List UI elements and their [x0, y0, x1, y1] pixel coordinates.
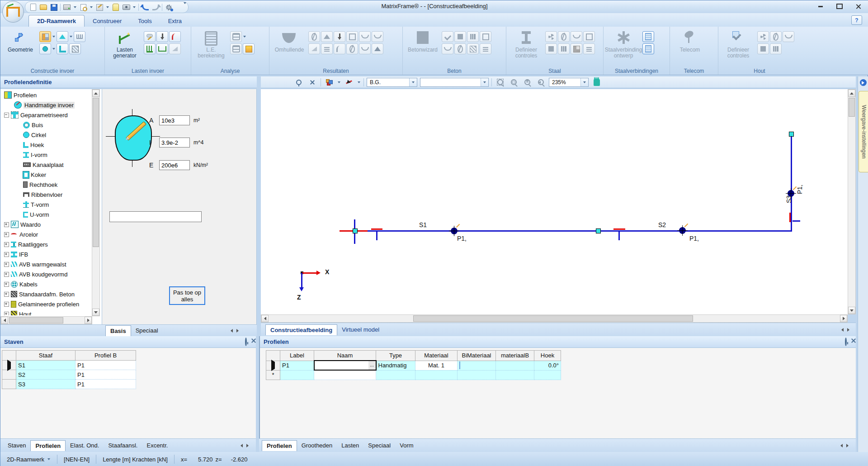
beton-net-button[interactable] [467, 43, 479, 54]
point-load-button[interactable] [156, 31, 168, 42]
tree-item-profielen[interactable]: Profielen [0, 90, 92, 100]
extreme-result-button[interactable] [372, 43, 383, 54]
tree-item-buis[interactable]: Buis [0, 120, 92, 130]
zoom-level-combo[interactable]: 235% [549, 78, 589, 87]
tree-hscrollbar[interactable] [0, 316, 92, 324]
beton-bowl-button[interactable] [442, 43, 453, 54]
tab-tools[interactable]: Tools [130, 15, 160, 27]
staal-ibeam-button[interactable] [583, 43, 595, 54]
loadcase-combo[interactable]: B.G. [367, 78, 417, 87]
profielen-tabs-left-icon[interactable] [840, 442, 843, 449]
tree-item-cirkel[interactable]: Cirkel [0, 130, 92, 140]
beton-section-button[interactable] [454, 31, 466, 42]
selection-combo[interactable] [420, 78, 489, 87]
beton-check-button[interactable] [442, 31, 453, 42]
lasten-generator-button[interactable]: Lasten generator [108, 29, 142, 59]
table-row[interactable]: S1 P1 [2, 361, 136, 370]
tree-item-u-vorm[interactable]: U-vorm [0, 209, 92, 219]
tree-item-waardo[interactable]: Waardo [0, 219, 92, 229]
connection-check-button[interactable] [642, 43, 654, 54]
moment-diagram-button[interactable] [321, 31, 333, 42]
le-berekening-button[interactable]: L.E. berekening [194, 29, 228, 59]
close-button[interactable] [852, 2, 865, 10]
new-row[interactable]: * [266, 370, 561, 380]
moment-load-button[interactable] [169, 31, 181, 42]
staal-definieer-controles-button[interactable]: Definieer controles [509, 29, 543, 59]
hout-chart-button[interactable] [770, 43, 782, 54]
expand-icon[interactable] [4, 312, 9, 316]
beton-report-button[interactable] [480, 43, 491, 54]
deflection-button[interactable] [334, 31, 345, 42]
display-components-icon[interactable] [324, 78, 335, 87]
tab-speciaal-bottom[interactable]: Speciaal [363, 440, 395, 451]
canvas-tabs-right-icon[interactable] [847, 326, 849, 333]
zoom-extents-icon[interactable] [508, 78, 519, 87]
calc-settings-button[interactable] [230, 43, 242, 54]
tree-item-kanaalplaat[interactable]: Kanaalplaat [0, 160, 92, 170]
tree-item-gelamineerde-profielen[interactable]: Gelamineerde profielen [0, 299, 92, 309]
staal-chart-button[interactable] [558, 43, 570, 54]
tab-excentr[interactable]: Excentr. [142, 440, 172, 451]
apply-to-all-button[interactable]: Pas toe op alles [169, 286, 205, 305]
expand-icon[interactable] [4, 262, 9, 267]
tab-constructieafbeelding[interactable]: Constructieafbeelding [265, 324, 337, 335]
minimize-button[interactable] [814, 2, 827, 10]
select-member-icon[interactable] [344, 78, 354, 87]
stress-button[interactable] [346, 31, 358, 42]
staal-fan-button[interactable] [545, 31, 557, 42]
profielen-tabs-right-icon[interactable] [846, 442, 849, 449]
tree-item-arcelor[interactable]: Arcelor [0, 229, 92, 239]
tree-item-rechthoek[interactable]: Rechthoek [0, 180, 92, 190]
expand-icon[interactable] [4, 232, 9, 237]
tab-lasten[interactable]: Lasten [337, 440, 363, 451]
staven-tabs-left-icon[interactable] [241, 442, 243, 449]
help-button[interactable]: ? [851, 15, 862, 25]
beam-load-button[interactable] [156, 43, 168, 54]
tab-speciaal[interactable]: Speciaal [131, 325, 163, 336]
tree-item-t-vorm[interactable]: T-vorm [0, 200, 92, 209]
telecom-button[interactable]: Telecom [673, 29, 707, 53]
profielen-pin-icon[interactable] [845, 338, 847, 345]
table-row[interactable]: S3 P1 [2, 380, 136, 389]
tree-item-ribbenvloer[interactable]: Ribbenvloer [0, 190, 92, 200]
structure-canvas[interactable]: S1 P1, S2 P1, S3 P1, X Z [261, 89, 848, 314]
tabs-right-icon[interactable] [236, 327, 239, 334]
support-result-button[interactable] [372, 31, 383, 42]
tree-item-i-vorm[interactable]: I-vorm [0, 150, 92, 160]
tab-staafaansl[interactable]: Staafaansl. [104, 440, 142, 451]
expand-icon[interactable] [4, 272, 9, 277]
app-menu-button[interactable] [2, 1, 24, 23]
hout-definieer-controles-button[interactable]: Definieer controles [721, 29, 755, 59]
pin-icon[interactable] [293, 78, 304, 87]
staven-tabs-right-icon[interactable] [246, 442, 249, 449]
expand-icon[interactable] [4, 222, 9, 227]
weergave-instellingen-tab[interactable]: Weergave-instellingen [859, 91, 868, 172]
tab-profielen-right[interactable]: Profielen [262, 440, 297, 451]
canvas-hscrollbar[interactable] [261, 314, 848, 323]
tree-item-geparametriseerd[interactable]: Geparametriseerd [0, 110, 92, 120]
staal-sections-button[interactable] [571, 43, 582, 54]
support-button[interactable] [57, 31, 68, 42]
tree-item-standaardafm-beton[interactable]: Standaardafm. Beton [0, 289, 92, 299]
tab-basis[interactable]: Basis [105, 325, 131, 336]
zoom-window-icon[interactable] [495, 78, 505, 87]
tree-item-handmatige-invoer[interactable]: Handmatige invoer [0, 100, 92, 110]
hinge-button[interactable] [57, 43, 68, 54]
hout-fan-button[interactable] [757, 31, 769, 42]
tree-item-avb-warmgewalst[interactable]: AVB warmgewalst [0, 259, 92, 269]
expand-icon[interactable] [4, 252, 9, 257]
reaction-button[interactable] [359, 31, 371, 42]
tree-item-avb-koudgevormd[interactable]: AVB koudgevormd [0, 269, 92, 279]
canvas-tabs-left-icon[interactable] [841, 326, 844, 333]
emodulus-input[interactable] [159, 160, 190, 170]
hout-profile-button[interactable] [757, 43, 769, 54]
table-row[interactable]: P1 ... Handmatig Mat. 1 0.0° [266, 361, 561, 370]
tree-vscrollbar[interactable] [92, 89, 100, 316]
expand-icon[interactable] [4, 292, 9, 297]
tree-item-hoek[interactable]: Hoek [0, 140, 92, 150]
profile-name-input[interactable] [109, 211, 202, 222]
staal-fire-button[interactable] [583, 31, 595, 42]
slope-load-button[interactable] [169, 43, 181, 54]
node-button[interactable] [39, 43, 51, 54]
calc-options-button[interactable] [230, 31, 242, 42]
